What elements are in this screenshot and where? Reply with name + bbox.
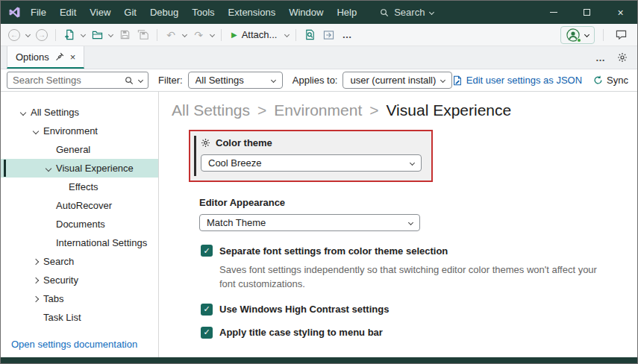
tree-spacer [55,185,66,189]
forward-icon: → [36,29,48,41]
menu-git[interactable]: Git [117,1,143,24]
checkbox-separate-font-settings-from-color-theme-selection[interactable]: ✓ [201,245,213,257]
feedback-button[interactable] [612,26,630,44]
share-window-button[interactable] [319,26,337,44]
sync-button[interactable]: Sync [593,75,628,86]
new-item-dropdown[interactable] [79,26,87,44]
chevron-right-icon[interactable] [30,260,41,264]
chevron-down-icon[interactable] [17,110,28,115]
sidebar-item-environment[interactable]: Environment [1,122,158,140]
attach-dropdown[interactable] [283,26,291,44]
edit-json-label: Edit user settings as JSON [466,75,582,86]
settings-sidebar: All SettingsEnvironmentGeneralVisual Exp… [1,92,159,357]
setting-use-windows-high-contrast-settings: ✓Use Windows High Contrast settings [201,304,624,316]
toolbar-overflow-button[interactable]: … [338,26,356,44]
sidebar-item-tabs[interactable]: Tabs [1,289,158,308]
status-dot [577,38,581,43]
undo-dropdown[interactable] [181,26,189,44]
navigate-forward-button[interactable]: → [33,26,51,44]
maximize-button[interactable] [570,1,604,24]
toolbar-separator [295,29,296,41]
checkbox-label: Use Windows High Contrast settings [219,304,389,315]
menu-file[interactable]: File [24,1,53,24]
editor-appearance-value: Match Theme [207,217,404,228]
sidebar-item-effects[interactable]: Effects [1,178,158,196]
toolbar-separator [55,29,56,41]
breadcrumb-item-environment[interactable]: Environment [274,101,362,119]
chevron-down-icon [410,160,415,166]
title-bar: FileEditViewGitDebugToolsExtensionsWindo… [1,1,637,24]
sidebar-item-visual-experience[interactable]: Visual Experience [1,159,158,178]
sync-label: Sync [607,75,628,86]
menu-tools[interactable]: Tools [185,1,221,24]
navigate-back-button[interactable]: ← [5,26,23,44]
search-options-dropdown-icon[interactable] [138,78,143,83]
sidebar-item-documents[interactable]: Documents [1,215,158,233]
settings-gear-icon[interactable] [617,52,628,63]
open-settings-documentation-link[interactable]: Open settings documentation [11,339,137,350]
filter-dropdown[interactable]: All Settings [188,72,283,89]
chevron-down-icon [408,220,413,225]
close-tab-icon[interactable]: × [70,52,76,62]
toolbar-separator [157,29,157,41]
menu-help[interactable]: Help [330,1,363,24]
settings-search-input[interactable]: Search Settings [7,72,148,89]
close-button[interactable]: × [604,1,637,24]
navigate-back-dropdown[interactable] [24,26,32,44]
checkbox-apply-title-case-styling-to-menu-bar[interactable]: ✓ [201,327,213,339]
sidebar-item-all-settings[interactable]: All Settings [1,103,158,122]
sidebar-item-security[interactable]: Security [1,271,158,289]
sidebar-item-international-settings[interactable]: International Settings [1,233,158,252]
redo-button[interactable]: ↷ [190,26,207,44]
attach-button[interactable]: ▶ Attach... [226,26,282,44]
checkbox-use-windows-high-contrast-settings[interactable]: ✓ [201,304,213,316]
sidebar-item-label: Tabs [43,293,63,304]
chevron-right-icon[interactable] [30,278,41,283]
sidebar-item-autorecover[interactable]: AutoRecover [1,196,158,215]
pin-icon[interactable] [55,52,64,61]
menu-edit[interactable]: Edit [53,1,83,24]
save-all-button[interactable] [134,26,152,44]
color-theme-dropdown[interactable]: Cool Breeze [201,154,422,172]
sidebar-item-task-list[interactable]: Task List [1,308,158,327]
chevron-down-icon[interactable] [30,129,41,134]
tabstrip-actions: … [595,46,637,69]
settings-tree: All SettingsEnvironmentGeneralVisual Exp… [1,103,158,327]
find-in-files-button[interactable] [301,26,319,44]
edit-json-link[interactable]: Edit user settings as JSON [452,75,582,86]
account-button[interactable] [560,26,595,44]
sidebar-item-search[interactable]: Search [1,252,158,271]
tab-options[interactable]: Options × [7,46,84,69]
checkbox-label: Separate font settings from color theme … [219,245,448,257]
menu-bar: FileEditViewGitDebugToolsExtensionsWindo… [24,1,363,24]
applies-to-value: user (current install) [350,75,436,86]
color-theme-group: Color theme Cool Breeze [189,130,433,182]
chevron-right-icon[interactable] [30,297,41,301]
tab-overflow-button[interactable]: … [595,52,606,63]
tab-label: Options [16,51,49,63]
minimize-button[interactable] [537,1,570,24]
breadcrumb-item-visual-experience[interactable]: Visual Experience [386,101,511,119]
share-window-icon [323,30,334,40]
options-window: FileEditViewGitDebugToolsExtensionsWindo… [0,0,638,364]
menu-window[interactable]: Window [282,1,330,24]
menu-debug[interactable]: Debug [143,1,185,24]
chevron-down-icon[interactable] [43,166,54,171]
open-file-button[interactable] [88,26,106,44]
menu-view[interactable]: View [83,1,117,24]
undo-button[interactable]: ↶ [162,26,180,44]
search-icon[interactable] [125,76,134,85]
titlebar-search[interactable]: Search [380,7,434,18]
save-button[interactable] [116,26,134,44]
redo-dropdown[interactable] [208,26,216,44]
breadcrumb-separator: > [369,101,378,119]
new-item-button[interactable] [60,26,78,44]
checkbox-list: ✓Separate font settings from color theme… [201,245,624,339]
applies-to-dropdown[interactable]: user (current install) [343,72,451,89]
editor-appearance-dropdown[interactable]: Match Theme [199,214,420,231]
sidebar-item-general[interactable]: General [1,140,158,159]
options-body: All SettingsEnvironmentGeneralVisual Exp… [1,92,637,357]
menu-extensions[interactable]: Extensions [222,1,283,24]
breadcrumb-item-all-settings[interactable]: All Settings [172,101,250,119]
open-file-dropdown[interactable] [107,26,115,44]
